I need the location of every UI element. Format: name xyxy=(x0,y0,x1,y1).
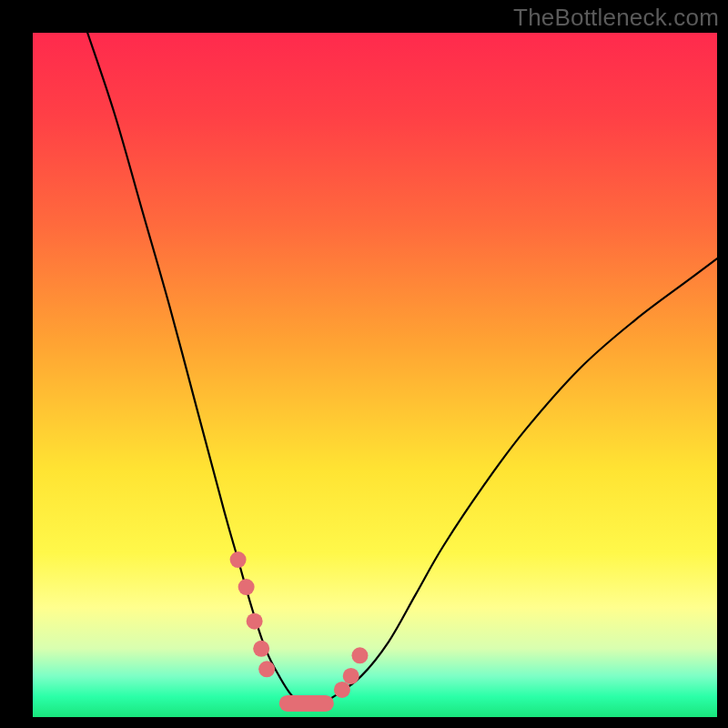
bottleneck-curve-line xyxy=(87,33,717,704)
svg-rect-8 xyxy=(279,695,334,712)
plot-area xyxy=(33,33,717,717)
svg-point-3 xyxy=(253,641,269,657)
svg-point-1 xyxy=(238,579,255,595)
svg-point-0 xyxy=(230,551,247,568)
svg-point-2 xyxy=(247,613,263,630)
bottleneck-chart xyxy=(33,33,717,717)
markers-left-leg xyxy=(230,551,276,677)
svg-point-5 xyxy=(334,682,350,698)
watermark-text: TheBottleneck.com xyxy=(513,4,719,32)
chart-stage: TheBottleneck.com xyxy=(0,0,728,728)
markers-right-leg xyxy=(334,647,369,698)
svg-point-7 xyxy=(351,647,368,663)
svg-point-4 xyxy=(258,661,275,677)
svg-point-6 xyxy=(343,668,359,684)
valley-pill-marker xyxy=(279,695,334,712)
